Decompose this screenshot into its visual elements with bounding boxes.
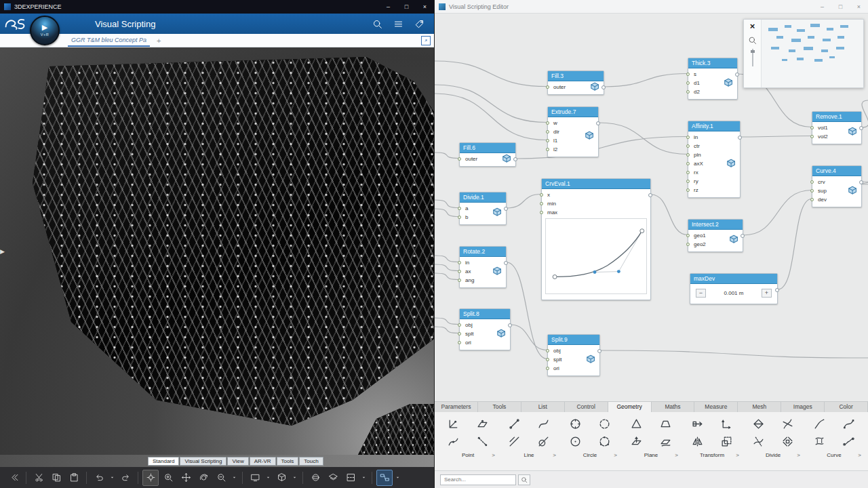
output-port-dot[interactable]	[859, 180, 863, 184]
node-extrude-7[interactable]: Extrude.7wdirl1l2	[547, 106, 599, 157]
output-port-dot[interactable]	[601, 85, 606, 89]
disassemble-icon[interactable]	[777, 434, 799, 449]
point-coordinates-icon[interactable]	[443, 416, 465, 432]
blend-curve-icon[interactable]	[838, 434, 860, 449]
node-maxdev[interactable]: maxDev−0.001 m+	[690, 273, 778, 304]
minimap-zoom-icon[interactable]	[748, 35, 757, 44]
output-port-dot[interactable]	[504, 207, 508, 211]
editor-minimize-button[interactable]: –	[813, 0, 831, 13]
project-curve-icon[interactable]	[809, 434, 831, 449]
palette-tab-color[interactable]: Color	[825, 402, 868, 412]
viewport-tab-tools[interactable]: Tools	[277, 457, 299, 466]
input-port-dot[interactable]	[458, 216, 461, 219]
palette-tab-control[interactable]: Control	[565, 402, 608, 412]
search-icon[interactable]	[372, 19, 382, 29]
input-port-dot[interactable]	[546, 349, 549, 352]
zoom-in-button[interactable]	[160, 470, 176, 486]
input-port-dot[interactable]	[546, 139, 549, 142]
circle-center-radius-icon[interactable]	[565, 416, 587, 432]
node-thick-3[interactable]: Thick.3sd1d2	[688, 58, 738, 100]
palette-group-expander[interactable]: >	[736, 451, 739, 460]
split-icon[interactable]	[777, 416, 799, 432]
palette-tab-list[interactable]: List	[521, 402, 565, 412]
document-tab[interactable]: GGR T&M bleu Concept Pa	[68, 34, 150, 47]
undo-button[interactable]	[91, 470, 107, 486]
palette-group-expander[interactable]: >	[675, 451, 678, 460]
line-bisecting-icon[interactable]	[504, 434, 526, 449]
decrement-button[interactable]: −	[696, 289, 706, 298]
increment-button[interactable]: +	[762, 289, 772, 298]
curve-editor[interactable]	[545, 218, 647, 294]
output-port-dot[interactable]	[597, 349, 601, 353]
palette-group-expander[interactable]: >	[492, 451, 495, 460]
circle-three-points-icon[interactable]	[594, 434, 616, 449]
line-point-point-icon[interactable]	[504, 416, 526, 432]
palette-tab-measure[interactable]: Measure	[694, 402, 738, 412]
palette-group-expander[interactable]: >	[858, 451, 861, 460]
minimize-button[interactable]: –	[379, 0, 397, 14]
input-port-dot[interactable]	[546, 130, 549, 134]
palette-tab-geometry[interactable]: Geometry	[608, 402, 652, 412]
output-port-dot[interactable]	[735, 73, 739, 77]
input-port-dot[interactable]	[686, 90, 690, 94]
plane-normal-icon[interactable]	[626, 434, 648, 449]
output-port-dot[interactable]	[648, 193, 652, 197]
paste-button[interactable]	[66, 470, 82, 486]
input-port-dot[interactable]	[686, 180, 690, 183]
render-style-button[interactable]	[307, 470, 323, 486]
node-split-9[interactable]: Split.9objspltori	[547, 334, 600, 376]
input-port-dot[interactable]	[686, 243, 690, 246]
line-tangent-icon[interactable]	[533, 434, 555, 449]
input-port-dot[interactable]	[686, 81, 690, 85]
input-port-dot[interactable]	[458, 261, 461, 264]
input-port-dot[interactable]	[458, 270, 461, 273]
view-options-dropdown[interactable]	[291, 470, 298, 486]
scale-icon[interactable]	[716, 434, 738, 449]
3d-viewport[interactable]: ▶	[0, 47, 434, 455]
point-projection-icon[interactable]	[472, 434, 494, 449]
input-port-dot[interactable]	[686, 153, 690, 157]
output-port-dot[interactable]	[513, 157, 517, 161]
input-port-dot[interactable]	[686, 73, 690, 76]
plane-mean-icon[interactable]	[655, 434, 677, 449]
pan-button[interactable]	[178, 470, 194, 486]
section-button[interactable]	[342, 470, 359, 486]
node-split-8[interactable]: Split.8objspltori	[459, 308, 511, 350]
node-remove-1[interactable]: Remove.1vol1vol2	[812, 111, 862, 144]
circle-sketch-icon[interactable]	[594, 416, 616, 432]
viewport-tab-view[interactable]: View	[227, 457, 248, 466]
translate-icon[interactable]	[687, 416, 709, 432]
circle-center-point-icon[interactable]	[565, 434, 587, 449]
input-port-dot[interactable]	[540, 193, 543, 197]
plane-offset-icon[interactable]	[626, 416, 648, 432]
input-port-dot[interactable]	[686, 188, 690, 192]
section-options-dropdown[interactable]	[360, 470, 368, 486]
input-port-dot[interactable]	[546, 85, 549, 89]
input-port-dot[interactable]	[686, 136, 690, 139]
palette-tab-mesh[interactable]: Mesh	[738, 402, 781, 412]
zoom-out-button[interactable]	[213, 470, 229, 486]
node-intersect-2[interactable]: Intersect.2geo1geo2	[688, 219, 743, 252]
input-port-dot[interactable]	[546, 121, 549, 125]
panel-expand-handle[interactable]: ▶	[0, 248, 5, 255]
line-angle-icon[interactable]	[533, 416, 555, 432]
trim-icon[interactable]	[748, 434, 770, 449]
input-port-dot[interactable]	[458, 341, 461, 344]
input-port-dot[interactable]	[686, 234, 690, 237]
axis-to-axis-icon[interactable]	[716, 416, 738, 432]
layers-button[interactable]	[325, 470, 341, 486]
center-view-button[interactable]	[142, 470, 159, 486]
polyline-icon[interactable]	[809, 416, 831, 432]
plane-two-lines-icon[interactable]	[655, 416, 677, 432]
redo-button[interactable]	[117, 470, 134, 486]
output-port-dot[interactable]	[508, 323, 512, 327]
search-button[interactable]	[518, 474, 530, 485]
iso-view-button[interactable]	[273, 470, 290, 486]
editor-close-button[interactable]: ×	[850, 0, 868, 13]
copy-button[interactable]	[48, 470, 64, 486]
input-port-dot[interactable]	[810, 135, 814, 138]
close-button[interactable]: ×	[416, 0, 434, 14]
search-input[interactable]	[440, 474, 516, 485]
output-port-dot[interactable]	[738, 136, 742, 140]
visual-scripting-editor-button[interactable]	[376, 470, 393, 486]
